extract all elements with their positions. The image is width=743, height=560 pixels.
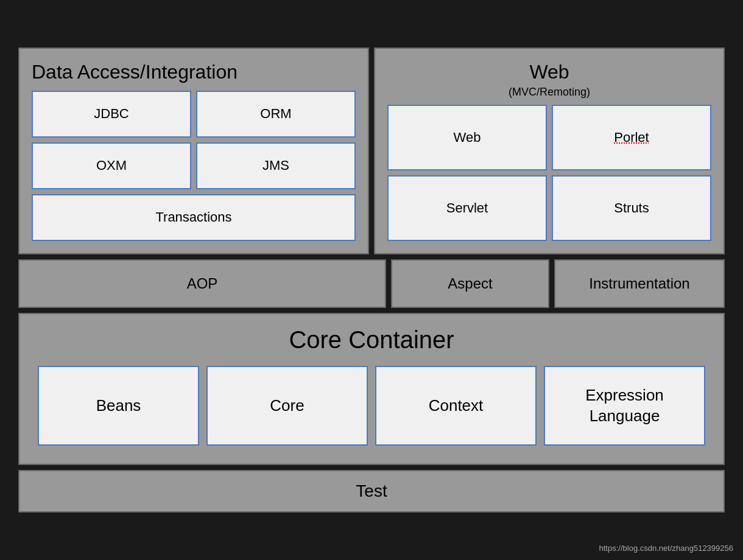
core-container-title: Core Container: [38, 326, 705, 354]
web-title: Web: [387, 61, 711, 83]
web-section: Web (MVC/Remoting) Web Porlet Servlet St…: [374, 47, 725, 254]
aspect-section: Aspect: [391, 259, 549, 308]
data-access-grid: JDBC ORM OXM JMS Transactions: [32, 91, 356, 241]
watermark: https://blog.csdn.net/zhang512399256: [599, 544, 733, 553]
context-module: Context: [375, 366, 537, 446]
core-grid: Beans Core Context ExpressionLanguage: [38, 366, 705, 446]
web-subtitle: (MVC/Remoting): [387, 86, 711, 99]
porlet-module: Porlet: [552, 105, 711, 170]
struts-module: Struts: [552, 175, 711, 241]
web-module: Web: [387, 105, 547, 170]
top-row: Data Access/Integration JDBC ORM OXM JMS…: [18, 47, 725, 254]
transactions-module: Transactions: [32, 194, 356, 241]
middle-row: AOP Aspect Instrumentation: [18, 259, 725, 308]
data-access-title: Data Access/Integration: [32, 61, 356, 83]
test-section: Test: [18, 470, 725, 513]
core-container-section: Core Container Beans Core Context Expres…: [18, 313, 725, 466]
servlet-module: Servlet: [387, 175, 547, 241]
oxm-module: OXM: [32, 142, 191, 189]
aop-section: AOP: [18, 259, 386, 308]
web-grid: Web Porlet Servlet Struts: [387, 105, 711, 241]
expression-language-module: ExpressionLanguage: [544, 366, 705, 446]
main-container: Data Access/Integration JDBC ORM OXM JMS…: [18, 47, 725, 513]
jms-module: JMS: [196, 142, 356, 189]
porlet-text: Porlet: [614, 130, 649, 145]
core-module: Core: [206, 366, 368, 446]
beans-module: Beans: [38, 366, 199, 446]
data-access-section: Data Access/Integration JDBC ORM OXM JMS…: [18, 47, 369, 254]
jdbc-module: JDBC: [32, 91, 191, 138]
instrumentation-section: Instrumentation: [554, 259, 725, 308]
orm-module: ORM: [196, 91, 356, 138]
